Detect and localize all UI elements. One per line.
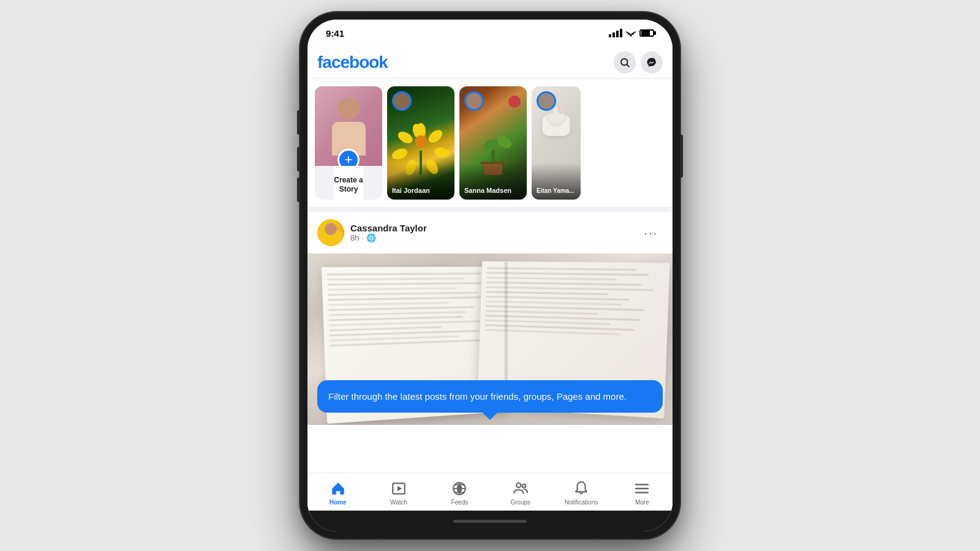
home-indicator <box>307 511 673 531</box>
post-avatar <box>317 219 344 246</box>
status-time: 9:41 <box>326 28 344 39</box>
bottom-navigation: Home Watch Feeds <box>307 473 673 511</box>
story-name-eitan: Eitan Yama... <box>537 187 576 195</box>
phone-frame: 9:41 <box>300 12 680 539</box>
status-bar: 9:41 <box>307 20 673 47</box>
post-image: Filter through the latest posts from you… <box>307 253 673 425</box>
svg-point-8 <box>522 484 525 487</box>
signal-icon <box>609 29 622 37</box>
story-card-eitan[interactable]: Eitan Yama... <box>532 86 581 200</box>
nav-item-home[interactable]: Home <box>307 478 368 508</box>
wifi-icon <box>626 29 636 37</box>
messenger-button[interactable] <box>641 51 663 73</box>
story-name-itai: Itai Jordaan <box>392 186 450 195</box>
status-icons <box>609 29 654 37</box>
svg-line-2 <box>627 64 628 66</box>
create-story-label: Create aStory <box>334 176 363 195</box>
story-card-itai[interactable]: Itai Jordaan <box>387 86 454 200</box>
create-story-image-area: + <box>315 86 382 166</box>
post-time: 8h · 🌐 <box>350 233 427 242</box>
battery-icon <box>639 29 654 37</box>
nav-item-feeds[interactable]: Feeds <box>429 478 490 508</box>
notifications-icon <box>573 481 589 497</box>
create-story-card[interactable]: + Create aStory <box>315 86 382 200</box>
main-content: + Create aStory <box>307 79 673 473</box>
stories-section: + Create aStory <box>307 79 673 207</box>
feeds-icon <box>451 481 467 497</box>
header-action-icons <box>614 51 663 73</box>
create-story-plus-icon: + <box>337 149 360 166</box>
story-card-sanna[interactable]: Sanna Madsen <box>459 86 527 200</box>
post-username: Cassandra Taylor <box>350 223 427 233</box>
watch-icon <box>391 481 407 497</box>
tooltip-text: Filter through the latest posts from you… <box>328 391 627 402</box>
facebook-logo: facebook <box>317 53 388 72</box>
nav-label-notifications: Notifications <box>565 499 598 506</box>
home-icon <box>330 481 346 497</box>
create-story-label-area: Create aStory <box>334 166 363 200</box>
nav-item-groups[interactable]: Groups <box>490 478 551 508</box>
story-name-sanna: Sanna Madsen <box>464 186 522 195</box>
nav-item-more[interactable]: More <box>612 478 673 508</box>
post-more-button[interactable]: ··· <box>639 223 663 242</box>
groups-icon <box>513 481 529 497</box>
svg-point-0 <box>630 35 631 36</box>
facebook-header: facebook <box>307 47 673 79</box>
post-header: Cassandra Taylor 8h · 🌐 ··· <box>307 212 673 253</box>
more-icon <box>634 481 650 497</box>
privacy-globe-icon: 🌐 <box>366 233 376 242</box>
nav-label-watch: Watch <box>390 499 407 506</box>
story-avatar-sanna <box>464 91 484 111</box>
nav-label-groups: Groups <box>510 499 530 506</box>
home-bar <box>453 520 527 523</box>
nav-label-more: More <box>635 499 649 506</box>
nav-item-notifications[interactable]: Notifications <box>551 478 611 508</box>
nav-label-home: Home <box>330 499 347 506</box>
phone-screen: 9:41 <box>307 20 673 531</box>
svg-marker-4 <box>398 486 402 492</box>
post-user-info: Cassandra Taylor 8h · 🌐 <box>317 219 427 246</box>
svg-point-7 <box>516 483 521 488</box>
section-divider <box>307 207 673 212</box>
post-meta: Cassandra Taylor 8h · 🌐 <box>350 223 427 242</box>
story-avatar-eitan <box>537 91 556 111</box>
tooltip-bubble: Filter through the latest posts from you… <box>317 380 663 413</box>
post-card: Cassandra Taylor 8h · 🌐 ··· <box>307 212 673 473</box>
story-avatar-itai <box>392 91 412 111</box>
nav-item-watch[interactable]: Watch <box>368 478 429 508</box>
nav-label-feeds: Feeds <box>451 499 468 506</box>
search-button[interactable] <box>614 51 636 73</box>
